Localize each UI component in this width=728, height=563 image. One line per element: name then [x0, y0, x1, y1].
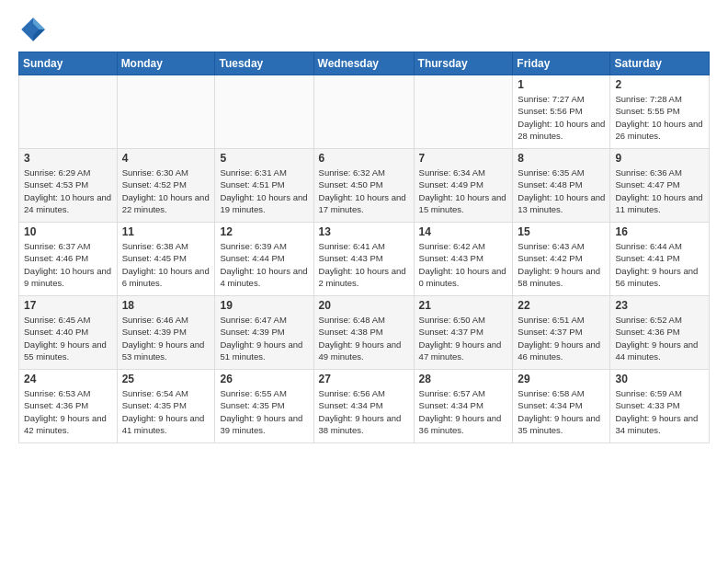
- day-number: 8: [518, 152, 605, 165]
- day-info: Sunrise: 7:28 AM Sunset: 5:55 PM Dayligh…: [615, 93, 704, 142]
- day-number: 29: [518, 373, 605, 385]
- col-header-saturday: Saturday: [610, 52, 710, 75]
- day-number: 14: [419, 225, 508, 238]
- calendar-cell: 8Sunrise: 6:35 AM Sunset: 4:48 PM Daylig…: [513, 149, 610, 223]
- calendar-cell: 18Sunrise: 6:46 AM Sunset: 4:39 PM Dayli…: [117, 296, 215, 370]
- day-number: 23: [615, 299, 704, 312]
- day-number: 13: [319, 225, 409, 238]
- day-number: 17: [24, 299, 112, 312]
- page-header: [18, 15, 710, 44]
- calendar-cell: 29Sunrise: 6:58 AM Sunset: 4:34 PM Dayli…: [513, 370, 610, 443]
- day-info: Sunrise: 6:56 AM Sunset: 4:34 PM Dayligh…: [319, 387, 409, 436]
- day-number: 12: [220, 225, 308, 238]
- col-header-thursday: Thursday: [414, 52, 513, 75]
- day-number: 7: [419, 152, 508, 165]
- day-info: Sunrise: 6:44 AM Sunset: 4:41 PM Dayligh…: [615, 240, 704, 289]
- calendar-week-row: 24Sunrise: 6:53 AM Sunset: 4:36 PM Dayli…: [19, 370, 710, 443]
- day-info: Sunrise: 6:39 AM Sunset: 4:44 PM Dayligh…: [220, 240, 308, 289]
- day-info: Sunrise: 6:57 AM Sunset: 4:34 PM Dayligh…: [419, 387, 508, 436]
- day-number: 30: [615, 373, 704, 385]
- col-header-friday: Friday: [513, 52, 610, 75]
- logo-icon: [18, 15, 48, 44]
- day-number: 22: [518, 299, 605, 312]
- day-number: 3: [24, 152, 112, 165]
- calendar-cell: 6Sunrise: 6:32 AM Sunset: 4:50 PM Daylig…: [313, 149, 414, 223]
- calendar-cell: 24Sunrise: 6:53 AM Sunset: 4:36 PM Dayli…: [19, 370, 118, 443]
- day-number: 25: [122, 373, 210, 385]
- calendar-week-row: 10Sunrise: 6:37 AM Sunset: 4:46 PM Dayli…: [19, 223, 710, 296]
- calendar-cell: 9Sunrise: 6:36 AM Sunset: 4:47 PM Daylig…: [610, 149, 710, 223]
- calendar-week-row: 17Sunrise: 6:45 AM Sunset: 4:40 PM Dayli…: [19, 296, 710, 370]
- day-info: Sunrise: 6:37 AM Sunset: 4:46 PM Dayligh…: [24, 240, 112, 289]
- calendar-cell: 13Sunrise: 6:41 AM Sunset: 4:43 PM Dayli…: [313, 223, 414, 296]
- day-info: Sunrise: 6:38 AM Sunset: 4:45 PM Dayligh…: [122, 240, 210, 289]
- day-info: Sunrise: 6:43 AM Sunset: 4:42 PM Dayligh…: [518, 240, 605, 289]
- day-info: Sunrise: 6:51 AM Sunset: 4:37 PM Dayligh…: [518, 314, 605, 362]
- day-number: 6: [319, 152, 409, 165]
- day-info: Sunrise: 6:59 AM Sunset: 4:33 PM Dayligh…: [615, 387, 704, 436]
- day-info: Sunrise: 6:34 AM Sunset: 4:49 PM Dayligh…: [419, 167, 508, 215]
- day-number: 2: [615, 78, 704, 91]
- day-info: Sunrise: 6:52 AM Sunset: 4:36 PM Dayligh…: [615, 314, 704, 362]
- calendar-table: SundayMondayTuesdayWednesdayThursdayFrid…: [18, 52, 710, 443]
- day-info: Sunrise: 6:42 AM Sunset: 4:43 PM Dayligh…: [419, 240, 508, 289]
- calendar-cell: 21Sunrise: 6:50 AM Sunset: 4:37 PM Dayli…: [414, 296, 513, 370]
- col-header-sunday: Sunday: [19, 52, 118, 75]
- day-info: Sunrise: 6:58 AM Sunset: 4:34 PM Dayligh…: [518, 387, 605, 436]
- calendar-cell: 5Sunrise: 6:31 AM Sunset: 4:51 PM Daylig…: [215, 149, 313, 223]
- day-number: 18: [122, 299, 210, 312]
- calendar-cell: 12Sunrise: 6:39 AM Sunset: 4:44 PM Dayli…: [215, 223, 313, 296]
- day-info: Sunrise: 6:47 AM Sunset: 4:39 PM Dayligh…: [220, 314, 308, 362]
- day-number: 26: [220, 373, 308, 385]
- day-info: Sunrise: 6:55 AM Sunset: 4:35 PM Dayligh…: [220, 387, 308, 436]
- calendar-cell: 3Sunrise: 6:29 AM Sunset: 4:53 PM Daylig…: [19, 149, 118, 223]
- calendar-cell: 23Sunrise: 6:52 AM Sunset: 4:36 PM Dayli…: [610, 296, 710, 370]
- day-info: Sunrise: 7:27 AM Sunset: 5:56 PM Dayligh…: [518, 93, 605, 142]
- logo: [18, 15, 51, 44]
- day-number: 15: [518, 225, 605, 238]
- calendar-cell: 16Sunrise: 6:44 AM Sunset: 4:41 PM Dayli…: [610, 223, 710, 296]
- calendar-cell: 25Sunrise: 6:54 AM Sunset: 4:35 PM Dayli…: [117, 370, 215, 443]
- calendar-cell: [19, 75, 118, 149]
- calendar-cell: 17Sunrise: 6:45 AM Sunset: 4:40 PM Dayli…: [19, 296, 118, 370]
- calendar-cell: 20Sunrise: 6:48 AM Sunset: 4:38 PM Dayli…: [313, 296, 414, 370]
- day-info: Sunrise: 6:32 AM Sunset: 4:50 PM Dayligh…: [319, 167, 409, 215]
- day-info: Sunrise: 6:41 AM Sunset: 4:43 PM Dayligh…: [319, 240, 409, 289]
- calendar-cell: 10Sunrise: 6:37 AM Sunset: 4:46 PM Dayli…: [19, 223, 118, 296]
- day-number: 10: [24, 225, 112, 238]
- calendar-cell: 1Sunrise: 7:27 AM Sunset: 5:56 PM Daylig…: [513, 75, 610, 149]
- calendar-week-row: 1Sunrise: 7:27 AM Sunset: 5:56 PM Daylig…: [19, 75, 710, 149]
- day-number: 16: [615, 225, 704, 238]
- day-info: Sunrise: 6:35 AM Sunset: 4:48 PM Dayligh…: [518, 167, 605, 215]
- day-info: Sunrise: 6:29 AM Sunset: 4:53 PM Dayligh…: [24, 167, 112, 215]
- day-number: 21: [419, 299, 508, 312]
- calendar-cell: [414, 75, 513, 149]
- day-info: Sunrise: 6:53 AM Sunset: 4:36 PM Dayligh…: [24, 387, 112, 436]
- calendar-cell: 26Sunrise: 6:55 AM Sunset: 4:35 PM Dayli…: [215, 370, 313, 443]
- day-number: 24: [24, 373, 112, 385]
- col-header-wednesday: Wednesday: [313, 52, 414, 75]
- calendar-cell: 7Sunrise: 6:34 AM Sunset: 4:49 PM Daylig…: [414, 149, 513, 223]
- calendar-cell: 4Sunrise: 6:30 AM Sunset: 4:52 PM Daylig…: [117, 149, 215, 223]
- day-info: Sunrise: 6:48 AM Sunset: 4:38 PM Dayligh…: [319, 314, 409, 362]
- calendar-cell: [313, 75, 414, 149]
- calendar-cell: [215, 75, 313, 149]
- day-info: Sunrise: 6:30 AM Sunset: 4:52 PM Dayligh…: [122, 167, 210, 215]
- calendar-week-row: 3Sunrise: 6:29 AM Sunset: 4:53 PM Daylig…: [19, 149, 710, 223]
- day-number: 28: [419, 373, 508, 385]
- day-number: 19: [220, 299, 308, 312]
- day-number: 9: [615, 152, 704, 165]
- calendar-cell: 30Sunrise: 6:59 AM Sunset: 4:33 PM Dayli…: [610, 370, 710, 443]
- day-info: Sunrise: 6:36 AM Sunset: 4:47 PM Dayligh…: [615, 167, 704, 215]
- calendar-cell: 27Sunrise: 6:56 AM Sunset: 4:34 PM Dayli…: [313, 370, 414, 443]
- calendar-cell: 22Sunrise: 6:51 AM Sunset: 4:37 PM Dayli…: [513, 296, 610, 370]
- col-header-monday: Monday: [117, 52, 215, 75]
- day-info: Sunrise: 6:45 AM Sunset: 4:40 PM Dayligh…: [24, 314, 112, 362]
- day-info: Sunrise: 6:54 AM Sunset: 4:35 PM Dayligh…: [122, 387, 210, 436]
- day-info: Sunrise: 6:50 AM Sunset: 4:37 PM Dayligh…: [419, 314, 508, 362]
- calendar-cell: 11Sunrise: 6:38 AM Sunset: 4:45 PM Dayli…: [117, 223, 215, 296]
- calendar-cell: 19Sunrise: 6:47 AM Sunset: 4:39 PM Dayli…: [215, 296, 313, 370]
- day-info: Sunrise: 6:46 AM Sunset: 4:39 PM Dayligh…: [122, 314, 210, 362]
- day-number: 4: [122, 152, 210, 165]
- day-number: 11: [122, 225, 210, 238]
